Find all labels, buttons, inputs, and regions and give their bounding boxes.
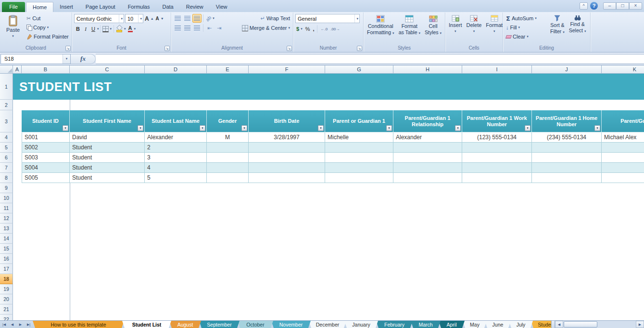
table-header-cell-B3[interactable]: Student ID▾ — [22, 110, 70, 132]
cell-I7[interactable] — [462, 163, 532, 173]
tab-page-layout[interactable]: Page Layout — [79, 2, 122, 12]
cell-D4[interactable]: Alexander — [145, 132, 207, 143]
cell-E6[interactable] — [207, 153, 249, 163]
grow-font-button[interactable]: A▲ — [144, 14, 154, 23]
row-header-11[interactable]: 11 — [0, 203, 13, 213]
row-header-14[interactable]: 14 — [0, 234, 13, 244]
cell-I5[interactable] — [462, 143, 532, 153]
tab-formulas[interactable]: Formulas — [122, 2, 156, 12]
cell-B8[interactable]: S005 — [22, 173, 70, 183]
column-header-C[interactable]: C — [70, 66, 145, 74]
underline-button[interactable]: U — [89, 25, 97, 33]
format-cells-button[interactable]: Format ▾ — [484, 14, 504, 43]
row-header-16[interactable]: 16 — [0, 254, 13, 264]
cut-button[interactable]: ✂Cut — [25, 14, 70, 23]
cell-E8[interactable] — [207, 173, 249, 183]
filter-dropdown-button[interactable]: ▾ — [386, 125, 392, 131]
row-header-19[interactable]: 19 — [0, 284, 13, 294]
cell-H5[interactable] — [393, 143, 462, 153]
cell-C5[interactable]: Student — [70, 143, 145, 153]
cell-C6[interactable]: Student — [70, 153, 145, 163]
cell-D7[interactable]: 4 — [145, 163, 207, 173]
cell-J4[interactable]: (234) 555-0134 — [532, 132, 602, 143]
row-header-6[interactable]: 6 — [0, 153, 13, 163]
middle-align-button[interactable] — [183, 14, 192, 23]
insert-function-button[interactable]: fx — [71, 54, 96, 64]
sheet-tab-student-a[interactable]: Student A — [531, 321, 551, 328]
sheet-title-banner[interactable]: STUDENT LIST — [13, 74, 644, 100]
sheet-tab-march[interactable]: March — [411, 321, 441, 328]
row-header-20[interactable]: 20 — [0, 294, 13, 304]
increase-indent-button[interactable]: ⇥ — [215, 24, 224, 32]
table-header-cell-C3[interactable]: Student First Name▾ — [70, 110, 145, 132]
scrollbar-track[interactable] — [597, 321, 636, 328]
filter-dropdown-button[interactable]: ▾ — [455, 125, 461, 131]
cell-I6[interactable] — [462, 153, 532, 163]
sheet-tab-july[interactable]: July — [509, 321, 533, 328]
table-header-cell-G3[interactable]: Parent or Guardian 1▾ — [325, 110, 393, 132]
align-center-button[interactable] — [183, 24, 192, 32]
row-header-13[interactable]: 13 — [0, 223, 13, 234]
cell-C4[interactable]: David — [70, 132, 145, 143]
cell-J6[interactable] — [532, 153, 602, 163]
maximize-button[interactable]: □ — [616, 2, 629, 10]
tab-home[interactable]: Home — [26, 2, 53, 12]
sheet-tab-june[interactable]: June — [485, 321, 511, 328]
cell-B6[interactable]: S003 — [22, 153, 70, 163]
cell-G4[interactable]: Michelle — [325, 132, 393, 143]
row-header-4[interactable]: 4 — [0, 132, 13, 143]
insert-cells-button[interactable]: Insert ▾ — [447, 14, 464, 43]
decrease-indent-button[interactable]: ⇤ — [205, 24, 214, 32]
column-header-F[interactable]: F — [249, 66, 325, 74]
clipboard-dialog-launcher[interactable]: ↘ — [65, 46, 71, 51]
column-header-H[interactable]: H — [393, 66, 462, 74]
row-header-7[interactable]: 7 — [0, 163, 13, 173]
cell-E5[interactable] — [207, 143, 249, 153]
cell-D5[interactable]: 2 — [145, 143, 207, 153]
merge-center-button[interactable]: Merge & Center▾ — [241, 24, 291, 32]
file-tab[interactable]: File — [2, 2, 25, 12]
number-format-select[interactable]: General▾ — [295, 14, 360, 23]
filter-dropdown-button[interactable]: ▾ — [318, 125, 324, 131]
row-header-8[interactable]: 8 — [0, 173, 13, 183]
sheet-tab-how-to-use-this-template[interactable]: How to use this template — [33, 321, 124, 328]
table-header-cell-D3[interactable]: Student Last Name▾ — [145, 110, 207, 132]
cell-C7[interactable]: Student — [70, 163, 145, 173]
sheet-tab-october[interactable]: October — [238, 321, 273, 328]
shrink-font-button[interactable]: A▼ — [155, 14, 164, 23]
cell-E4[interactable]: M — [207, 132, 249, 143]
font-size-select[interactable]: 10▾ — [125, 14, 143, 23]
name-box[interactable]: S18 ▾ — [0, 54, 71, 64]
horizontal-scrollbar[interactable]: ◀ ▶ — [555, 321, 644, 328]
format-as-table-button[interactable]: Format as Table ▾ — [397, 14, 422, 43]
clear-button[interactable]: Clear▾ — [505, 32, 547, 41]
column-header-J[interactable]: J — [532, 66, 602, 74]
sheet-tab-april[interactable]: April — [439, 321, 465, 328]
bottom-align-button[interactable] — [192, 14, 202, 23]
format-painter-button[interactable]: Format Painter — [25, 32, 70, 41]
cell-I8[interactable] — [462, 173, 532, 183]
help-icon[interactable]: ? — [590, 2, 598, 10]
fill-color-button[interactable]: ▾ — [115, 25, 127, 33]
column-header-D[interactable]: D — [145, 66, 207, 74]
cell-F4[interactable]: 3/28/1997 — [249, 132, 325, 143]
cell-G6[interactable] — [325, 153, 393, 163]
currency-format-button[interactable]: $▾ — [295, 25, 303, 33]
cell-G7[interactable] — [325, 163, 393, 173]
sheet-tab-student-list[interactable]: Student List — [122, 321, 171, 328]
tab-review[interactable]: Review — [180, 2, 210, 12]
cell-I4[interactable]: (123) 555-0134 — [462, 132, 532, 143]
cell-H8[interactable] — [393, 173, 462, 183]
row-header-3[interactable]: 3 — [0, 110, 13, 132]
filter-dropdown-button[interactable]: ▾ — [241, 125, 247, 131]
italic-button[interactable]: I — [82, 25, 89, 33]
table-header-cell-K3[interactable]: Parent/Gua▾ — [602, 110, 644, 132]
top-align-button[interactable] — [173, 14, 182, 23]
cell-B5[interactable]: S002 — [22, 143, 70, 153]
name-box-dropdown-icon[interactable]: ▾ — [63, 54, 70, 64]
autosum-button[interactable]: ΣAutoSum▾ — [505, 14, 547, 23]
number-dialog-launcher[interactable]: ↘ — [357, 46, 362, 51]
cell-G8[interactable] — [325, 173, 393, 183]
collapse-ribbon-icon[interactable]: ^ — [580, 2, 588, 10]
filter-dropdown-button[interactable]: ▾ — [594, 125, 600, 131]
